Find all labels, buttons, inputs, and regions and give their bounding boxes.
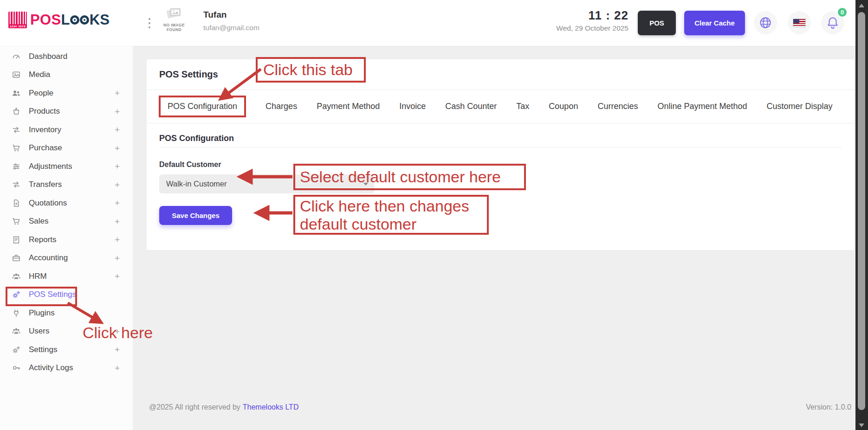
sidebar-item-label: Purchase — [29, 143, 62, 153]
pos-settings-card: POS Settings POS Configuration Charges P… — [147, 59, 854, 250]
arrows-icon — [12, 180, 21, 189]
sidebar-item-accounting[interactable]: Accounting — [0, 249, 133, 268]
tab-invoice[interactable]: Invoice — [399, 102, 426, 111]
sidebar-item-label: Quotations — [29, 199, 67, 208]
gears-icon — [12, 290, 21, 299]
pos-button[interactable]: POS — [638, 11, 676, 35]
sidebar-item-activity-logs[interactable]: Activity Logs — [0, 359, 133, 378]
expand-plus-icon[interactable] — [115, 144, 120, 153]
brand-logo[interactable]: 1234 5678 POS LKS — [8, 12, 110, 28]
sidebar-item-pos-settings[interactable]: POS Settings — [0, 286, 133, 304]
sidebar-item-label: Media — [29, 70, 50, 79]
footer-copyright: @2025 All right reserved byThemelooks LT… — [149, 403, 298, 411]
globe-icon — [758, 16, 772, 30]
page-title: POS Settings — [147, 59, 854, 90]
sidebar-item-label: Dashboard — [29, 52, 67, 61]
tab-payment-method[interactable]: Payment Method — [317, 102, 380, 111]
logo-text-pos: POS — [30, 12, 61, 28]
expand-plus-icon[interactable] — [115, 217, 120, 226]
tab-label: Cash Counter — [445, 102, 497, 111]
sidebar-item-adjustments[interactable]: Adjustments — [0, 157, 133, 176]
sidebar-item-plugins[interactable]: Plugins — [0, 304, 133, 322]
tab-currencies[interactable]: Currencies — [597, 102, 638, 111]
tab-label: Coupon — [549, 102, 578, 111]
expand-plus-icon[interactable] — [115, 254, 120, 263]
scrollbar-up-arrow-icon[interactable] — [859, 4, 864, 7]
expand-plus-icon[interactable] — [115, 235, 120, 244]
sidebar-item-users[interactable]: Users — [0, 322, 133, 341]
sidebar-item-transfers[interactable]: Transfers — [0, 176, 133, 194]
sidebar-item-label: POS Settings — [29, 290, 76, 299]
clock-date: Wed, 29 October 2025 — [556, 24, 628, 32]
tab-label: POS Configuration — [168, 102, 237, 111]
file-icon — [12, 199, 21, 208]
user-email: tufan@gmail.com — [203, 24, 259, 32]
tab-label: Payment Method — [317, 102, 380, 111]
default-customer-select[interactable]: Walk-in Customer — [159, 174, 374, 193]
cart-icon — [12, 143, 21, 153]
tab-coupon[interactable]: Coupon — [549, 102, 578, 111]
sidebar-item-label: Transfers — [29, 180, 62, 189]
sidebar-item-reports[interactable]: Reports — [0, 231, 133, 249]
settings-tabs: POS Configuration Charges Payment Method… — [147, 90, 854, 123]
sidebar-collapse-menu-dots-icon[interactable] — [148, 17, 151, 29]
expand-plus-icon[interactable] — [115, 180, 120, 189]
sidebar-item-purchase[interactable]: Purchase — [0, 139, 133, 158]
sidebar-item-label: Plugins — [29, 308, 55, 318]
clock-time: 11 : 22 — [556, 8, 628, 23]
sidebar-item-label: Sales — [29, 217, 49, 226]
tab-cash-counter[interactable]: Cash Counter — [445, 102, 497, 111]
expand-plus-icon[interactable] — [115, 272, 120, 281]
sidebar-item-label: Settings — [29, 345, 57, 354]
tab-charges[interactable]: Charges — [266, 102, 297, 111]
sidebar-item-products[interactable]: Products — [0, 103, 133, 121]
tab-online-payment-method[interactable]: Online Payment Method — [657, 102, 747, 111]
clear-cache-button[interactable]: Clear Cache — [684, 11, 745, 35]
tab-pos-configuration[interactable]: POS Configuration — [159, 96, 246, 117]
save-changes-button[interactable]: Save Changes — [159, 206, 232, 225]
case-icon — [12, 253, 21, 263]
language-globe-button[interactable] — [754, 11, 777, 34]
image-icon — [12, 70, 21, 79]
header-clock: 11 : 22 Wed, 29 October 2025 — [556, 8, 628, 32]
sidebar-item-quotations[interactable]: Quotations — [0, 194, 133, 212]
sidebar-item-people[interactable]: People — [0, 84, 133, 103]
barcode-logo-icon: 1234 5678 — [8, 12, 27, 28]
locale-flag-button[interactable] — [788, 11, 811, 34]
sidebar-item-hrm[interactable]: HRM — [0, 267, 133, 286]
sidebar-item-label: Reports — [29, 235, 57, 244]
expand-plus-icon[interactable] — [115, 327, 120, 336]
notification-badge: 0 — [837, 7, 848, 18]
themelooks-link[interactable]: Themelooks LTD — [243, 403, 299, 411]
top-header: 1234 5678 POS LKS NO IMAGE FOUND Tufan t… — [0, 0, 868, 46]
tab-label: Currencies — [597, 102, 638, 111]
tab-customer-display[interactable]: Customer Display — [767, 102, 833, 111]
users3-icon — [12, 272, 21, 281]
bell-icon — [826, 16, 840, 30]
tab-label: Customer Display — [767, 102, 833, 111]
expand-plus-icon[interactable] — [115, 199, 120, 207]
page-scrollbar[interactable] — [855, 0, 868, 430]
sidebar-nav: Dashboard Media People Products — [0, 46, 133, 430]
cart-icon — [12, 217, 21, 226]
basket-icon — [12, 107, 21, 116]
tab-label: Tax — [516, 102, 529, 111]
user-avatar[interactable]: NO IMAGE FOUND — [160, 6, 188, 32]
sidebar-item-label: Accounting — [29, 253, 68, 263]
sidebar-item-inventory[interactable]: Inventory — [0, 121, 133, 139]
expand-plus-icon[interactable] — [115, 364, 120, 372]
expand-plus-icon[interactable] — [115, 89, 120, 97]
expand-plus-icon[interactable] — [115, 125, 120, 134]
expand-plus-icon[interactable] — [115, 162, 120, 171]
sidebar-item-dashboard[interactable]: Dashboard — [0, 47, 133, 66]
expand-plus-icon[interactable] — [115, 345, 120, 354]
scrollbar-down-arrow-icon[interactable] — [859, 424, 864, 427]
tab-tax[interactable]: Tax — [516, 102, 529, 111]
sidebar-item-sales[interactable]: Sales — [0, 212, 133, 231]
sidebar-item-media[interactable]: Media — [0, 66, 133, 84]
sidebar-item-settings[interactable]: Settings — [0, 340, 133, 359]
barcode-digits-right: 5678 — [19, 25, 26, 28]
scrollbar-thumb[interactable] — [858, 12, 865, 410]
expand-plus-icon[interactable] — [115, 107, 120, 116]
sidebar-item-label: Users — [29, 327, 49, 336]
